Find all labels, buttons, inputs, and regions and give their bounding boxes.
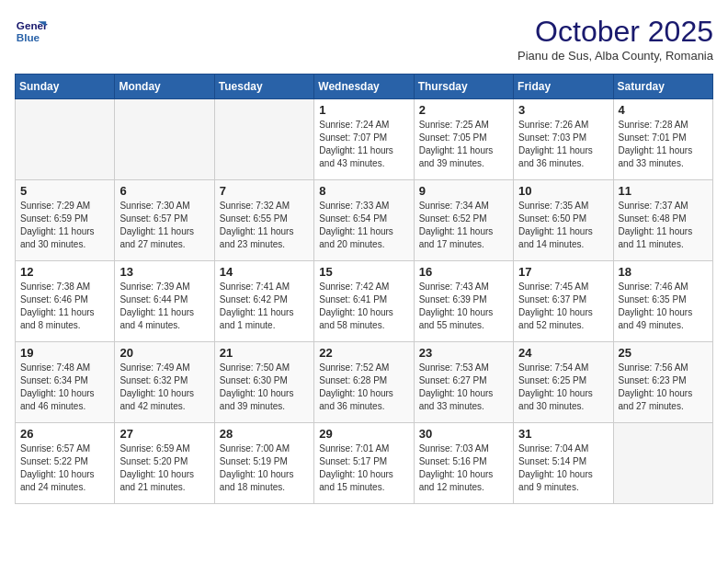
day-info: Sunrise: 7:01 AM Sunset: 5:17 PM Dayligh…	[319, 442, 408, 494]
day-info: Sunrise: 7:42 AM Sunset: 6:41 PM Dayligh…	[319, 281, 408, 332]
weekday-header-saturday: Saturday	[613, 75, 712, 99]
day-number: 6	[119, 184, 209, 198]
day-info: Sunrise: 7:52 AM Sunset: 6:28 PM Dayligh…	[319, 362, 408, 413]
svg-text:Blue: Blue	[17, 31, 40, 43]
day-number: 20	[119, 346, 209, 360]
day-info: Sunrise: 7:41 AM Sunset: 6:42 PM Dayligh…	[220, 281, 309, 332]
calendar-cell: 1Sunrise: 7:24 AM Sunset: 7:07 PM Daylig…	[314, 99, 414, 180]
day-info: Sunrise: 7:30 AM Sunset: 6:57 PM Dayligh…	[119, 200, 209, 251]
calendar-cell: 14Sunrise: 7:41 AM Sunset: 6:42 PM Dayli…	[214, 261, 313, 342]
day-info: Sunrise: 7:35 AM Sunset: 6:50 PM Dayligh…	[518, 200, 608, 251]
location-subtitle: Pianu de Sus, Alba County, Romania	[518, 49, 713, 63]
calendar-week-5: 26Sunrise: 6:57 AM Sunset: 5:22 PM Dayli…	[16, 423, 713, 504]
day-info: Sunrise: 7:29 AM Sunset: 6:59 PM Dayligh…	[20, 200, 109, 251]
calendar-cell: 11Sunrise: 7:37 AM Sunset: 6:48 PM Dayli…	[613, 180, 712, 261]
day-info: Sunrise: 7:39 AM Sunset: 6:44 PM Dayligh…	[119, 281, 209, 332]
calendar-week-4: 19Sunrise: 7:48 AM Sunset: 6:34 PM Dayli…	[16, 342, 713, 423]
weekday-header-monday: Monday	[115, 75, 214, 99]
logo: General Blue	[15, 15, 48, 48]
day-number: 11	[619, 184, 708, 198]
weekday-header-tuesday: Tuesday	[214, 75, 313, 99]
day-number: 16	[419, 265, 508, 279]
calendar-table: SundayMondayTuesdayWednesdayThursdayFrid…	[15, 74, 713, 504]
calendar-cell: 10Sunrise: 7:35 AM Sunset: 6:50 PM Dayli…	[514, 180, 613, 261]
day-number: 10	[518, 184, 608, 198]
calendar-cell	[214, 99, 313, 180]
day-info: Sunrise: 7:03 AM Sunset: 5:16 PM Dayligh…	[419, 442, 508, 494]
calendar-cell: 27Sunrise: 6:59 AM Sunset: 5:20 PM Dayli…	[115, 423, 214, 504]
day-info: Sunrise: 7:33 AM Sunset: 6:54 PM Dayligh…	[319, 200, 408, 251]
calendar-cell: 22Sunrise: 7:52 AM Sunset: 6:28 PM Dayli…	[314, 342, 414, 423]
calendar-cell: 19Sunrise: 7:48 AM Sunset: 6:34 PM Dayli…	[16, 342, 115, 423]
day-number: 15	[319, 265, 408, 279]
day-number: 22	[319, 346, 408, 360]
day-info: Sunrise: 7:48 AM Sunset: 6:34 PM Dayligh…	[20, 362, 109, 413]
day-number: 1	[319, 103, 408, 117]
day-info: Sunrise: 7:45 AM Sunset: 6:37 PM Dayligh…	[518, 281, 608, 332]
day-info: Sunrise: 7:46 AM Sunset: 6:35 PM Dayligh…	[619, 281, 708, 332]
calendar-cell: 4Sunrise: 7:28 AM Sunset: 7:01 PM Daylig…	[613, 99, 712, 180]
day-number: 21	[220, 346, 309, 360]
calendar-cell	[16, 99, 115, 180]
day-info: Sunrise: 7:32 AM Sunset: 6:55 PM Dayligh…	[220, 200, 309, 251]
day-number: 23	[419, 346, 508, 360]
day-number: 7	[220, 184, 309, 198]
day-info: Sunrise: 7:04 AM Sunset: 5:14 PM Dayligh…	[518, 442, 608, 494]
day-info: Sunrise: 6:57 AM Sunset: 5:22 PM Dayligh…	[20, 442, 109, 494]
day-info: Sunrise: 7:53 AM Sunset: 6:27 PM Dayligh…	[419, 362, 508, 413]
calendar-cell: 29Sunrise: 7:01 AM Sunset: 5:17 PM Dayli…	[314, 423, 414, 504]
calendar-cell: 6Sunrise: 7:30 AM Sunset: 6:57 PM Daylig…	[115, 180, 214, 261]
calendar-cell: 7Sunrise: 7:32 AM Sunset: 6:55 PM Daylig…	[214, 180, 313, 261]
weekday-header-sunday: Sunday	[16, 75, 115, 99]
weekday-header-friday: Friday	[514, 75, 613, 99]
calendar-cell: 20Sunrise: 7:49 AM Sunset: 6:32 PM Dayli…	[115, 342, 214, 423]
svg-text:General: General	[17, 19, 48, 31]
calendar-cell: 3Sunrise: 7:26 AM Sunset: 7:03 PM Daylig…	[514, 99, 613, 180]
day-info: Sunrise: 7:34 AM Sunset: 6:52 PM Dayligh…	[419, 200, 508, 251]
day-info: Sunrise: 7:26 AM Sunset: 7:03 PM Dayligh…	[518, 119, 608, 170]
day-number: 29	[319, 427, 408, 441]
day-number: 9	[419, 184, 508, 198]
calendar-cell: 26Sunrise: 6:57 AM Sunset: 5:22 PM Dayli…	[16, 423, 115, 504]
calendar-cell	[613, 423, 712, 504]
logo-icon: General Blue	[15, 15, 48, 48]
day-info: Sunrise: 7:54 AM Sunset: 6:25 PM Dayligh…	[518, 362, 608, 413]
weekday-header-wednesday: Wednesday	[314, 75, 414, 99]
day-info: Sunrise: 7:38 AM Sunset: 6:46 PM Dayligh…	[20, 281, 109, 332]
title-area: October 2025 Pianu de Sus, Alba County, …	[518, 15, 713, 63]
calendar-cell: 13Sunrise: 7:39 AM Sunset: 6:44 PM Dayli…	[115, 261, 214, 342]
calendar-cell: 23Sunrise: 7:53 AM Sunset: 6:27 PM Dayli…	[414, 342, 513, 423]
day-info: Sunrise: 7:37 AM Sunset: 6:48 PM Dayligh…	[619, 200, 708, 251]
day-number: 27	[119, 427, 209, 441]
day-info: Sunrise: 6:59 AM Sunset: 5:20 PM Dayligh…	[119, 442, 209, 494]
day-info: Sunrise: 7:50 AM Sunset: 6:30 PM Dayligh…	[220, 362, 309, 413]
page-header: General Blue October 2025 Pianu de Sus, …	[15, 15, 713, 63]
calendar-cell: 18Sunrise: 7:46 AM Sunset: 6:35 PM Dayli…	[613, 261, 712, 342]
day-info: Sunrise: 7:43 AM Sunset: 6:39 PM Dayligh…	[419, 281, 508, 332]
day-number: 30	[419, 427, 508, 441]
day-number: 31	[518, 427, 608, 441]
calendar-cell: 2Sunrise: 7:25 AM Sunset: 7:05 PM Daylig…	[414, 99, 513, 180]
calendar-cell: 15Sunrise: 7:42 AM Sunset: 6:41 PM Dayli…	[314, 261, 414, 342]
weekday-header-row: SundayMondayTuesdayWednesdayThursdayFrid…	[16, 75, 713, 99]
calendar-cell: 9Sunrise: 7:34 AM Sunset: 6:52 PM Daylig…	[414, 180, 513, 261]
day-number: 19	[20, 346, 109, 360]
day-info: Sunrise: 7:00 AM Sunset: 5:19 PM Dayligh…	[220, 442, 309, 494]
day-info: Sunrise: 7:25 AM Sunset: 7:05 PM Dayligh…	[419, 119, 508, 170]
day-number: 18	[619, 265, 708, 279]
month-title: October 2025	[518, 15, 713, 49]
weekday-header-thursday: Thursday	[414, 75, 513, 99]
day-number: 26	[20, 427, 109, 441]
calendar-week-1: 1Sunrise: 7:24 AM Sunset: 7:07 PM Daylig…	[16, 99, 713, 180]
day-number: 25	[619, 346, 708, 360]
day-info: Sunrise: 7:49 AM Sunset: 6:32 PM Dayligh…	[119, 362, 209, 413]
day-number: 24	[518, 346, 608, 360]
calendar-cell: 28Sunrise: 7:00 AM Sunset: 5:19 PM Dayli…	[214, 423, 313, 504]
calendar-cell: 25Sunrise: 7:56 AM Sunset: 6:23 PM Dayli…	[613, 342, 712, 423]
calendar-cell: 30Sunrise: 7:03 AM Sunset: 5:16 PM Dayli…	[414, 423, 513, 504]
day-number: 14	[220, 265, 309, 279]
day-number: 5	[20, 184, 109, 198]
calendar-cell: 12Sunrise: 7:38 AM Sunset: 6:46 PM Dayli…	[16, 261, 115, 342]
calendar-cell: 5Sunrise: 7:29 AM Sunset: 6:59 PM Daylig…	[16, 180, 115, 261]
day-info: Sunrise: 7:24 AM Sunset: 7:07 PM Dayligh…	[319, 119, 408, 170]
